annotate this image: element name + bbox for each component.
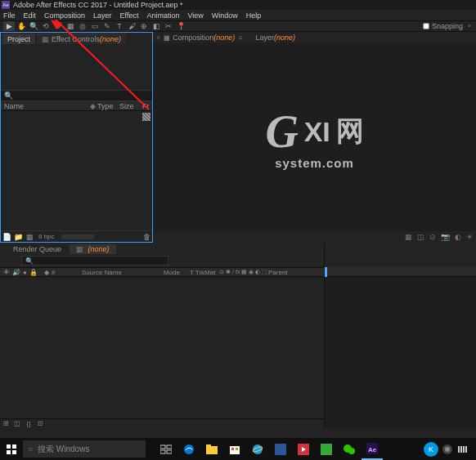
mask-icon[interactable]: ◫: [417, 233, 424, 241]
toggle-switches-icon[interactable]: ⊞: [0, 420, 11, 428]
tab-effect-controls[interactable]: ▦ Effect Controls (none): [37, 33, 126, 44]
project-items-list[interactable]: [1, 111, 152, 230]
menu-layer[interactable]: Layer: [93, 11, 112, 20]
eraser-tool-icon[interactable]: ◧: [150, 21, 162, 31]
wechat-icon[interactable]: [339, 438, 360, 460]
panel-menu-icon[interactable]: ≡: [238, 33, 242, 42]
comp-tab-none: (none): [213, 33, 235, 42]
switches-cols: ⊙ ✱ / fx ▦ ◉ ◐ ⬚: [219, 269, 268, 275]
project-search-bar[interactable]: 🔍: [1, 90, 152, 101]
channel-icon[interactable]: ◐: [455, 233, 461, 241]
svg-rect-4: [7, 450, 11, 454]
menu-edit[interactable]: Edit: [24, 11, 37, 20]
color-depth-label[interactable]: 8 bpc: [38, 233, 55, 240]
interpret-footage-icon[interactable]: 📄: [1, 232, 12, 242]
tab-render-queue[interactable]: Render Queue: [7, 244, 68, 254]
pen-tool-icon[interactable]: ✎: [101, 21, 113, 31]
app-icon-2[interactable]: [316, 438, 337, 460]
col-mode[interactable]: Mode: [164, 269, 190, 276]
col-trkmat[interactable]: T TrkMat: [190, 269, 219, 276]
tray-icon-1[interactable]: K: [424, 442, 438, 457]
av-cols: 👁 🔊 ● 🔒: [0, 269, 41, 276]
taskbar-search[interactable]: ○ 搜索 Windows: [23, 440, 146, 458]
movies-icon[interactable]: [293, 438, 314, 460]
svg-rect-30: [463, 446, 465, 453]
tray-icon-3[interactable]: [456, 442, 471, 457]
svg-point-10: [184, 444, 194, 454]
toggle-modes-icon[interactable]: ◫: [11, 420, 23, 428]
ie-icon[interactable]: [247, 438, 268, 460]
after-effects-task-icon[interactable]: Ae: [361, 438, 383, 460]
puppet-tool-icon[interactable]: 📍: [175, 21, 186, 31]
composition-viewer[interactable]: G XI 网 system.com: [153, 43, 476, 231]
camera-tool-icon[interactable]: ▦: [65, 21, 76, 31]
tab-effect-none: (none): [100, 35, 121, 43]
col-fr[interactable]: Fr: [142, 102, 152, 110]
store-icon[interactable]: [224, 438, 245, 460]
col-source-name[interactable]: Source Name: [82, 269, 164, 276]
col-type[interactable]: ◆Type: [90, 102, 119, 110]
time-indicator[interactable]: [325, 267, 327, 277]
svg-rect-12: [206, 444, 211, 447]
selection-tool-icon[interactable]: ▶: [3, 21, 15, 31]
edge-icon[interactable]: [178, 438, 200, 460]
timeline-layer-list[interactable]: [0, 277, 324, 418]
task-view-icon[interactable]: [155, 438, 177, 460]
project-preview-area: [1, 44, 152, 90]
menu-view[interactable]: View: [187, 11, 203, 20]
toggle-inout-icon[interactable]: {}: [23, 420, 34, 428]
start-button[interactable]: [0, 438, 23, 460]
menu-file[interactable]: File: [3, 11, 16, 20]
file-explorer-icon[interactable]: [201, 438, 222, 460]
menu-animation[interactable]: Animation: [146, 11, 179, 20]
col-parent[interactable]: Parent: [268, 269, 301, 276]
menu-composition[interactable]: Composition: [44, 11, 85, 20]
time-icon[interactable]: ⊙: [429, 233, 436, 241]
col-name[interactable]: Name: [1, 102, 90, 110]
snapping-chevron-icon[interactable]: ⚬: [466, 22, 473, 30]
orbit-tool-icon[interactable]: ⟲: [40, 21, 52, 31]
label-icon: ◆: [44, 269, 49, 276]
snapping-checkbox[interactable]: [423, 23, 429, 29]
menu-window[interactable]: Window: [212, 11, 238, 20]
tab-project[interactable]: Project: [2, 33, 35, 44]
trash-icon[interactable]: 🗑: [141, 232, 152, 242]
project-scrollbar[interactable]: [61, 234, 94, 239]
watermark-w: 网: [336, 113, 364, 150]
exposure-icon[interactable]: ☀: [466, 233, 473, 241]
tab-composition[interactable]: × ▦ Composition (none) ≡: [156, 33, 243, 42]
menu-help[interactable]: Help: [246, 11, 262, 20]
label-cols: ◆ #: [41, 269, 82, 276]
text-tool-icon[interactable]: T: [114, 21, 125, 31]
snapping-toggle[interactable]: Snapping ⚬: [423, 22, 473, 30]
svg-rect-31: [465, 446, 467, 453]
app-icon-1[interactable]: [270, 438, 291, 460]
tray-icon-2[interactable]: [440, 442, 455, 457]
rotate-tool-icon[interactable]: ↻: [52, 21, 64, 31]
search-icon: 🔍: [25, 257, 34, 265]
tab-timeline-comp[interactable]: ▦ (none): [70, 244, 116, 254]
grid-icon[interactable]: ▦: [405, 233, 412, 241]
tag-icon: ◆: [90, 102, 96, 110]
menubar: File Edit Composition Layer Effect Anima…: [0, 10, 476, 20]
brush-tool-icon[interactable]: 🖌: [126, 21, 137, 31]
snapshot-icon[interactable]: 📷: [441, 233, 450, 241]
hand-tool-icon[interactable]: ✋: [16, 21, 27, 31]
new-comp-icon[interactable]: ▦: [24, 232, 35, 242]
clone-tool-icon[interactable]: ⊕: [138, 21, 150, 31]
toggle-render-icon[interactable]: ⊡: [34, 420, 46, 428]
solo-icon: ●: [23, 269, 27, 276]
project-panel: Project ▦ Effect Controls (none) 🔍 Name …: [0, 32, 153, 243]
rect-tool-icon[interactable]: ▭: [89, 21, 101, 31]
watermark-g: G: [265, 105, 298, 158]
panbehind-tool-icon[interactable]: ◎: [77, 21, 88, 31]
col-size[interactable]: Size: [119, 102, 142, 110]
tab-layer[interactable]: Layer (none): [256, 33, 296, 42]
roto-tool-icon[interactable]: ✂: [163, 21, 174, 31]
new-folder-icon[interactable]: 📁: [12, 232, 24, 242]
timeline-search[interactable]: 🔍: [21, 256, 168, 266]
time-ruler[interactable]: [325, 267, 476, 277]
zoom-tool-icon[interactable]: 🔍: [28, 21, 39, 31]
menu-effect[interactable]: Effect: [120, 11, 139, 20]
layer-tab-none: (none): [274, 33, 295, 42]
